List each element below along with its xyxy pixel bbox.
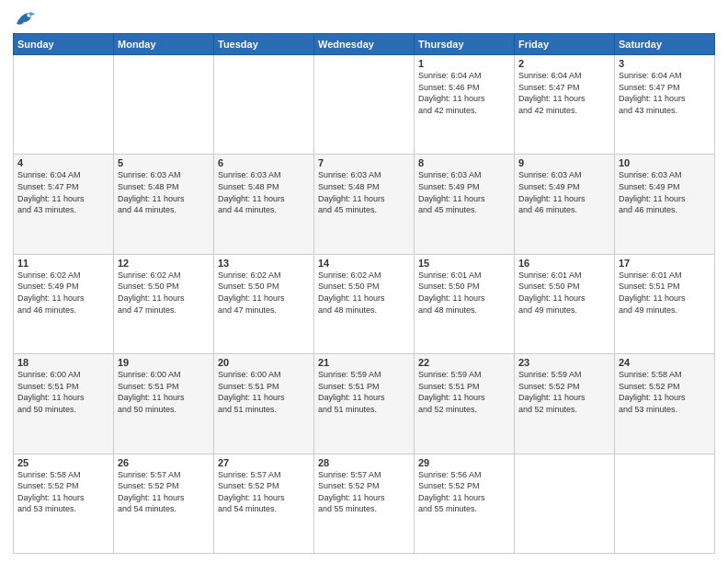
calendar-week-2: 4Sunrise: 6:04 AM Sunset: 5:47 PM Daylig…	[14, 155, 715, 254]
day-number: 18	[17, 357, 109, 368]
day-number: 21	[318, 357, 410, 368]
day-info: Sunrise: 6:02 AM Sunset: 5:49 PM Dayligh…	[17, 270, 109, 316]
calendar-week-4: 18Sunrise: 6:00 AM Sunset: 5:51 PM Dayli…	[14, 354, 715, 454]
day-info: Sunrise: 5:59 AM Sunset: 5:51 PM Dayligh…	[318, 369, 410, 415]
header	[13, 11, 715, 28]
calendar-cell: 2Sunrise: 6:04 AM Sunset: 5:47 PM Daylig…	[515, 55, 615, 155]
calendar-cell: 16Sunrise: 6:01 AM Sunset: 5:50 PM Dayli…	[515, 254, 615, 353]
day-number: 9	[518, 157, 610, 168]
day-info: Sunrise: 6:00 AM Sunset: 5:51 PM Dayligh…	[118, 369, 210, 415]
day-info: Sunrise: 6:01 AM Sunset: 5:51 PM Dayligh…	[619, 270, 711, 316]
day-number: 19	[118, 357, 210, 368]
day-info: Sunrise: 6:03 AM Sunset: 5:48 PM Dayligh…	[118, 169, 210, 215]
calendar-cell: 11Sunrise: 6:02 AM Sunset: 5:49 PM Dayli…	[14, 254, 114, 353]
calendar-cell: 5Sunrise: 6:03 AM Sunset: 5:48 PM Daylig…	[114, 155, 214, 254]
calendar-cell	[515, 454, 615, 553]
day-info: Sunrise: 6:01 AM Sunset: 5:50 PM Dayligh…	[418, 270, 510, 316]
calendar-week-1: 1Sunrise: 6:04 AM Sunset: 5:46 PM Daylig…	[14, 55, 715, 155]
calendar-cell	[14, 55, 114, 155]
day-info: Sunrise: 6:03 AM Sunset: 5:49 PM Dayligh…	[418, 169, 510, 215]
day-number: 28	[318, 457, 410, 468]
calendar-cell	[214, 55, 314, 155]
day-info: Sunrise: 6:04 AM Sunset: 5:47 PM Dayligh…	[619, 70, 711, 116]
calendar-cell: 25Sunrise: 5:58 AM Sunset: 5:52 PM Dayli…	[14, 454, 114, 553]
day-info: Sunrise: 5:56 AM Sunset: 5:52 PM Dayligh…	[418, 469, 510, 515]
calendar-cell: 10Sunrise: 6:03 AM Sunset: 5:49 PM Dayli…	[615, 155, 715, 254]
day-info: Sunrise: 6:03 AM Sunset: 5:48 PM Dayligh…	[318, 169, 410, 215]
day-info: Sunrise: 5:57 AM Sunset: 5:52 PM Dayligh…	[318, 469, 410, 515]
calendar-week-5: 25Sunrise: 5:58 AM Sunset: 5:52 PM Dayli…	[14, 454, 715, 553]
day-number: 16	[518, 258, 610, 269]
calendar-week-3: 11Sunrise: 6:02 AM Sunset: 5:49 PM Dayli…	[14, 254, 715, 353]
day-info: Sunrise: 6:02 AM Sunset: 5:50 PM Dayligh…	[218, 270, 310, 316]
day-number: 29	[418, 457, 510, 468]
calendar-cell: 26Sunrise: 5:57 AM Sunset: 5:52 PM Dayli…	[114, 454, 214, 553]
calendar: SundayMondayTuesdayWednesdayThursdayFrid…	[13, 33, 715, 554]
page: SundayMondayTuesdayWednesdayThursdayFrid…	[0, 0, 728, 563]
calendar-cell: 6Sunrise: 6:03 AM Sunset: 5:48 PM Daylig…	[214, 155, 314, 254]
calendar-cell: 4Sunrise: 6:04 AM Sunset: 5:47 PM Daylig…	[14, 155, 114, 254]
day-number: 1	[418, 58, 510, 69]
day-info: Sunrise: 5:58 AM Sunset: 5:52 PM Dayligh…	[619, 369, 711, 415]
day-number: 7	[318, 157, 410, 168]
day-info: Sunrise: 6:01 AM Sunset: 5:50 PM Dayligh…	[518, 270, 610, 316]
day-header-saturday: Saturday	[615, 34, 715, 55]
calendar-cell: 18Sunrise: 6:00 AM Sunset: 5:51 PM Dayli…	[14, 354, 114, 454]
day-number: 14	[318, 258, 410, 269]
calendar-cell: 9Sunrise: 6:03 AM Sunset: 5:49 PM Daylig…	[515, 155, 615, 254]
calendar-cell: 20Sunrise: 6:00 AM Sunset: 5:51 PM Dayli…	[214, 354, 314, 454]
day-number: 3	[619, 58, 711, 69]
day-info: Sunrise: 5:59 AM Sunset: 5:51 PM Dayligh…	[418, 369, 510, 415]
day-number: 23	[518, 357, 610, 368]
day-number: 11	[17, 258, 109, 269]
day-number: 25	[17, 457, 109, 468]
day-number: 17	[619, 258, 711, 269]
day-number: 5	[118, 157, 210, 168]
day-header-wednesday: Wednesday	[314, 34, 415, 55]
calendar-cell: 13Sunrise: 6:02 AM Sunset: 5:50 PM Dayli…	[214, 254, 314, 353]
calendar-cell: 15Sunrise: 6:01 AM Sunset: 5:50 PM Dayli…	[415, 254, 515, 353]
day-number: 8	[418, 157, 510, 168]
day-number: 2	[518, 58, 610, 69]
logo-bird-icon	[15, 11, 35, 28]
day-number: 10	[619, 157, 711, 168]
day-number: 26	[118, 457, 210, 468]
day-info: Sunrise: 5:59 AM Sunset: 5:52 PM Dayligh…	[518, 369, 610, 415]
calendar-cell: 28Sunrise: 5:57 AM Sunset: 5:52 PM Dayli…	[314, 454, 415, 553]
calendar-cell	[615, 454, 715, 553]
calendar-cell: 23Sunrise: 5:59 AM Sunset: 5:52 PM Dayli…	[515, 354, 615, 454]
day-number: 22	[418, 357, 510, 368]
day-info: Sunrise: 6:03 AM Sunset: 5:49 PM Dayligh…	[518, 169, 610, 215]
day-info: Sunrise: 6:02 AM Sunset: 5:50 PM Dayligh…	[118, 270, 210, 316]
day-number: 20	[218, 357, 310, 368]
calendar-cell: 12Sunrise: 6:02 AM Sunset: 5:50 PM Dayli…	[114, 254, 214, 353]
day-info: Sunrise: 6:03 AM Sunset: 5:49 PM Dayligh…	[619, 169, 711, 215]
logo	[13, 11, 35, 28]
day-number: 13	[218, 258, 310, 269]
day-info: Sunrise: 5:58 AM Sunset: 5:52 PM Dayligh…	[17, 469, 109, 515]
day-info: Sunrise: 5:57 AM Sunset: 5:52 PM Dayligh…	[218, 469, 310, 515]
day-number: 4	[17, 157, 109, 168]
calendar-cell: 24Sunrise: 5:58 AM Sunset: 5:52 PM Dayli…	[615, 354, 715, 454]
calendar-cell: 3Sunrise: 6:04 AM Sunset: 5:47 PM Daylig…	[615, 55, 715, 155]
calendar-cell: 14Sunrise: 6:02 AM Sunset: 5:50 PM Dayli…	[314, 254, 415, 353]
day-number: 27	[218, 457, 310, 468]
calendar-cell: 7Sunrise: 6:03 AM Sunset: 5:48 PM Daylig…	[314, 155, 415, 254]
calendar-cell: 19Sunrise: 6:00 AM Sunset: 5:51 PM Dayli…	[114, 354, 214, 454]
day-info: Sunrise: 5:57 AM Sunset: 5:52 PM Dayligh…	[118, 469, 210, 515]
day-info: Sunrise: 6:04 AM Sunset: 5:46 PM Dayligh…	[418, 70, 510, 116]
day-number: 24	[619, 357, 711, 368]
calendar-cell: 27Sunrise: 5:57 AM Sunset: 5:52 PM Dayli…	[214, 454, 314, 553]
day-number: 15	[418, 258, 510, 269]
calendar-cell: 22Sunrise: 5:59 AM Sunset: 5:51 PM Dayli…	[415, 354, 515, 454]
calendar-cell	[314, 55, 415, 155]
calendar-cell: 29Sunrise: 5:56 AM Sunset: 5:52 PM Dayli…	[415, 454, 515, 553]
day-info: Sunrise: 6:04 AM Sunset: 5:47 PM Dayligh…	[518, 70, 610, 116]
day-info: Sunrise: 6:04 AM Sunset: 5:47 PM Dayligh…	[17, 169, 109, 215]
calendar-cell: 1Sunrise: 6:04 AM Sunset: 5:46 PM Daylig…	[415, 55, 515, 155]
day-info: Sunrise: 6:02 AM Sunset: 5:50 PM Dayligh…	[318, 270, 410, 316]
calendar-cell	[114, 55, 214, 155]
calendar-cell: 21Sunrise: 5:59 AM Sunset: 5:51 PM Dayli…	[314, 354, 415, 454]
day-header-monday: Monday	[114, 34, 214, 55]
day-header-sunday: Sunday	[14, 34, 114, 55]
